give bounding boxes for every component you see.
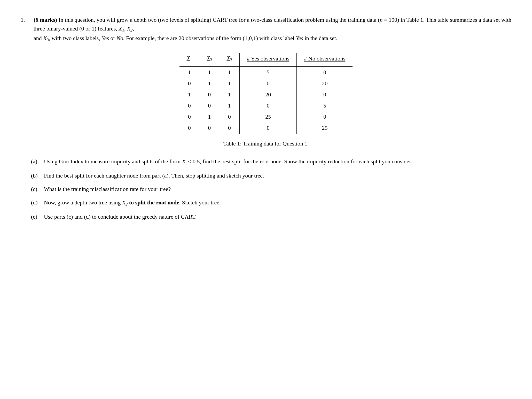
table-row: 0 1 1 0 20 bbox=[179, 78, 353, 89]
row3-yes: 20 bbox=[239, 89, 296, 100]
question-header: 1. (6 marks) In this question, you will … bbox=[21, 16, 511, 43]
table-caption: Table 1: Training data for Question 1. bbox=[223, 139, 309, 148]
row5-no: 0 bbox=[297, 111, 353, 122]
header-x2: X2 bbox=[199, 53, 219, 64]
row1-x2: 1 bbox=[199, 66, 219, 78]
subquestions: (a) Using Gini Index to measure impurity… bbox=[21, 157, 511, 221]
subquestion-label-b: (b) bbox=[31, 171, 44, 180]
row1-yes: 5 bbox=[239, 66, 296, 78]
example-text: . For example, there are 20 observations… bbox=[123, 35, 296, 41]
row4-yes: 0 bbox=[239, 100, 296, 111]
class-labels-text: , with two class labels, bbox=[49, 35, 102, 41]
header-underline-x3 bbox=[219, 64, 239, 67]
no-label: No bbox=[116, 35, 123, 41]
header-underline-no bbox=[297, 64, 353, 67]
subquestion-text-e: Use parts (c) and (d) to conclude about … bbox=[44, 212, 197, 221]
header-x3: X3 bbox=[219, 53, 239, 64]
subquestion-text-d: Now, grow a depth two tree using X3 to s… bbox=[44, 198, 221, 208]
table-body: 1 1 1 5 0 0 1 1 0 20 1 0 1 20 bbox=[179, 66, 353, 134]
data-table: X1 X2 X3 # Yes observations # No observa… bbox=[179, 53, 353, 134]
subquestion-e: (e) Use parts (c) and (d) to conclude ab… bbox=[21, 212, 511, 221]
header-x1: X1 bbox=[179, 53, 199, 64]
n-value: = 100) bbox=[382, 17, 399, 23]
question-container: 1. (6 marks) In this question, you will … bbox=[21, 16, 511, 221]
marks-label: (6 marks) bbox=[34, 17, 57, 23]
table-row: 0 0 1 0 5 bbox=[179, 100, 353, 111]
row6-no: 25 bbox=[297, 122, 353, 134]
subquestion-text-a: Using Gini Index to measure impurity and… bbox=[44, 157, 412, 167]
header-yes-obs: # Yes observations bbox=[239, 53, 296, 64]
row5-yes: 25 bbox=[239, 111, 296, 122]
row3-x3: 1 bbox=[219, 89, 239, 100]
subquestion-a: (a) Using Gini Index to measure impurity… bbox=[21, 157, 511, 167]
subquestion-b: (b) Find the best split for each daughte… bbox=[21, 171, 511, 180]
x3-split-variable: X3 bbox=[122, 199, 128, 206]
row6-yes: 0 bbox=[239, 122, 296, 134]
subquestion-label-c: (c) bbox=[31, 185, 44, 193]
row4-x2: 0 bbox=[199, 100, 219, 111]
row4-x1: 0 bbox=[179, 100, 199, 111]
subquestion-d: (d) Now, grow a depth two tree using X3 … bbox=[21, 198, 511, 208]
subquestion-text-b: Find the best split for each daughter no… bbox=[44, 171, 264, 180]
question-text: (6 marks) In this question, you will gro… bbox=[34, 16, 511, 43]
table-section: X1 X2 X3 # Yes observations # No observa… bbox=[21, 53, 511, 148]
row4-no: 5 bbox=[297, 100, 353, 111]
row6-x3: 0 bbox=[219, 122, 239, 134]
row1-x1: 1 bbox=[179, 66, 199, 78]
intro-text-1: In this question, you will grow a depth … bbox=[59, 17, 380, 23]
or-text: or bbox=[109, 35, 116, 41]
and-text: and bbox=[34, 35, 43, 41]
subquestion-label-e: (e) bbox=[31, 212, 44, 221]
bold-split-text: to split the root node bbox=[129, 199, 179, 206]
row3-no: 0 bbox=[297, 89, 353, 100]
subquestion-label-d: (d) bbox=[31, 198, 44, 207]
in-the-data: in the data set. bbox=[303, 35, 338, 41]
row2-no: 20 bbox=[297, 78, 353, 89]
row2-x3: 1 bbox=[219, 78, 239, 89]
row2-x1: 0 bbox=[179, 78, 199, 89]
header-underline-x2 bbox=[199, 64, 219, 67]
row2-yes: 0 bbox=[239, 78, 296, 89]
row1-no: 0 bbox=[297, 66, 353, 78]
row6-x1: 0 bbox=[179, 122, 199, 134]
row5-x2: 1 bbox=[199, 111, 219, 122]
table-row: 1 0 1 20 0 bbox=[179, 89, 353, 100]
n-variable: n bbox=[380, 17, 382, 23]
row3-x1: 1 bbox=[179, 89, 199, 100]
subquestion-c: (c) What is the training misclassificati… bbox=[21, 185, 511, 194]
table-row: 0 1 0 25 0 bbox=[179, 111, 353, 122]
features-label: X1, X2, bbox=[119, 25, 134, 32]
row4-x3: 1 bbox=[219, 100, 239, 111]
subquestion-label-a: (a) bbox=[31, 157, 44, 166]
table-row: 1 1 1 5 0 bbox=[179, 66, 353, 78]
header-underline-yes bbox=[239, 64, 296, 67]
x3-label: X3 bbox=[43, 35, 49, 41]
row5-x1: 0 bbox=[179, 111, 199, 122]
subquestion-text-c: What is the training misclassification r… bbox=[44, 185, 171, 194]
row5-x3: 0 bbox=[219, 111, 239, 122]
row6-x2: 0 bbox=[199, 122, 219, 134]
header-no-obs: # No observations bbox=[297, 53, 353, 64]
row1-x3: 1 bbox=[219, 66, 239, 78]
xi-variable: Xi bbox=[182, 158, 187, 165]
table-row: 0 0 0 0 25 bbox=[179, 122, 353, 134]
row3-x2: 0 bbox=[199, 89, 219, 100]
question-number: 1. bbox=[21, 16, 34, 24]
row2-x2: 1 bbox=[199, 78, 219, 89]
header-underline-x1 bbox=[179, 64, 199, 67]
yes-label: Yes bbox=[101, 35, 109, 41]
yes2-label: Yes bbox=[296, 35, 303, 41]
